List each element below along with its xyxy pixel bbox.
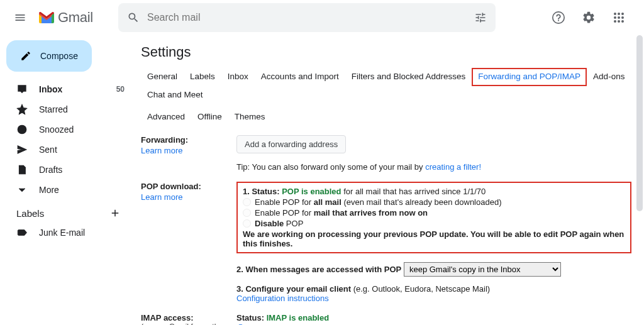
tab-addons[interactable]: Add-ons — [587, 68, 631, 86]
scrollbar-thumb[interactable] — [636, 35, 643, 211]
label-tag-icon — [16, 227, 28, 238]
svg-point-0 — [614, 13, 616, 15]
tab-chat-meet[interactable]: Chat and Meet — [141, 86, 209, 104]
inbox-icon — [16, 84, 28, 95]
nav-drafts[interactable]: Drafts — [0, 160, 132, 180]
tab-forwarding-pop-imap[interactable]: Forwarding and POP/IMAP — [472, 68, 587, 86]
main-menu-button[interactable] — [5, 3, 35, 33]
pop-status-value: POP is enabled — [282, 187, 341, 196]
clock-icon — [16, 124, 28, 135]
svg-point-8 — [621, 20, 624, 23]
svg-point-6 — [614, 20, 616, 23]
scrollbar[interactable] — [636, 35, 643, 325]
label-junk-email[interactable]: Junk E-mail — [0, 223, 132, 243]
labels-header: Labels — [0, 200, 132, 223]
imap-status-value: IMAP is enabled — [267, 313, 329, 322]
gmail-m-icon — [38, 11, 55, 25]
search-icon — [127, 11, 140, 24]
apps-grid-icon — [613, 12, 625, 23]
settings-panel: Settings General Labels Inbox Accounts a… — [132, 35, 644, 325]
forwarding-learn-more[interactable]: Learn more — [141, 146, 231, 155]
settings-button[interactable] — [576, 5, 601, 30]
pencil-icon — [20, 50, 31, 62]
pop-option-all-mail[interactable]: Enable POP for all mail (even mail that'… — [243, 197, 625, 207]
pop-status-box: 1. Status: POP is enabled for all mail t… — [236, 182, 631, 253]
nav-inbox[interactable]: Inbox 50 — [0, 79, 132, 99]
tab-offline[interactable]: Offline — [191, 108, 228, 126]
pop-access-select[interactable]: keep Gmail's copy in the Inbox — [404, 262, 561, 277]
header-actions — [546, 5, 639, 30]
add-label-icon[interactable] — [109, 207, 121, 219]
svg-point-1 — [618, 13, 620, 15]
svg-point-3 — [614, 16, 616, 19]
tab-advanced[interactable]: Advanced — [141, 108, 191, 126]
chevron-down-icon — [16, 184, 28, 196]
draft-icon — [16, 164, 28, 175]
search-input[interactable] — [147, 12, 474, 23]
config-instructions-link[interactable]: Configuration instructions — [236, 294, 329, 303]
tab-labels[interactable]: Labels — [184, 68, 221, 86]
pop-processing-msg: We are working on processing your previo… — [243, 229, 625, 248]
nav-snoozed[interactable]: Snoozed — [0, 119, 132, 140]
pop-option-disable[interactable]: Disable POP — [243, 219, 625, 228]
pop-label: POP download: — [141, 182, 201, 191]
send-icon — [16, 144, 28, 155]
tab-themes[interactable]: Themes — [228, 108, 272, 126]
nav-more[interactable]: More — [0, 180, 132, 200]
apps-button[interactable] — [606, 5, 631, 30]
settings-title: Settings — [141, 44, 631, 60]
app-header: Gmail — [0, 0, 644, 35]
star-icon — [16, 104, 28, 115]
svg-point-7 — [618, 20, 620, 23]
imap-label: IMAP access: — [141, 313, 194, 322]
compose-label: Compose — [40, 51, 78, 61]
svg-point-4 — [618, 16, 620, 19]
tab-general[interactable]: General — [141, 68, 184, 86]
gear-icon — [582, 11, 596, 25]
support-button[interactable] — [546, 5, 571, 30]
hamburger-icon — [14, 11, 26, 24]
svg-point-5 — [621, 16, 624, 19]
search-bar[interactable] — [118, 3, 496, 32]
sidebar: Compose Inbox 50 Starred Snoozed Sent — [0, 35, 132, 325]
add-forwarding-button[interactable]: Add a forwarding address — [236, 135, 346, 153]
svg-point-2 — [621, 13, 624, 15]
pop-learn-more[interactable]: Learn more — [141, 192, 231, 202]
compose-button[interactable]: Compose — [6, 40, 92, 72]
folder-nav: Inbox 50 Starred Snoozed Sent Drafts — [0, 79, 132, 200]
forwarding-section: Forwarding: Learn more Add a forwarding … — [141, 135, 631, 182]
nav-sent[interactable]: Sent — [0, 140, 132, 160]
help-icon — [552, 11, 565, 25]
pop-option-now-on[interactable]: Enable POP for mail that arrives from no… — [243, 208, 625, 218]
pop-section: POP download: Learn more 1. Status: POP … — [141, 182, 631, 313]
settings-tabs: General Labels Inbox Accounts and Import… — [141, 68, 631, 126]
tab-inbox[interactable]: Inbox — [221, 68, 255, 86]
brand-text: Gmail — [58, 9, 93, 26]
search-options-icon[interactable] — [474, 11, 487, 24]
gmail-logo[interactable]: Gmail — [38, 9, 93, 26]
create-filter-link[interactable]: creating a filter! — [425, 162, 481, 172]
forwarding-label: Forwarding: — [141, 135, 188, 145]
tab-filters[interactable]: Filters and Blocked Addresses — [345, 68, 472, 86]
nav-starred[interactable]: Starred — [0, 99, 132, 119]
tab-accounts[interactable]: Accounts and Import — [255, 68, 345, 86]
imap-section: IMAP access: (access Gmail from other cl… — [141, 313, 631, 325]
